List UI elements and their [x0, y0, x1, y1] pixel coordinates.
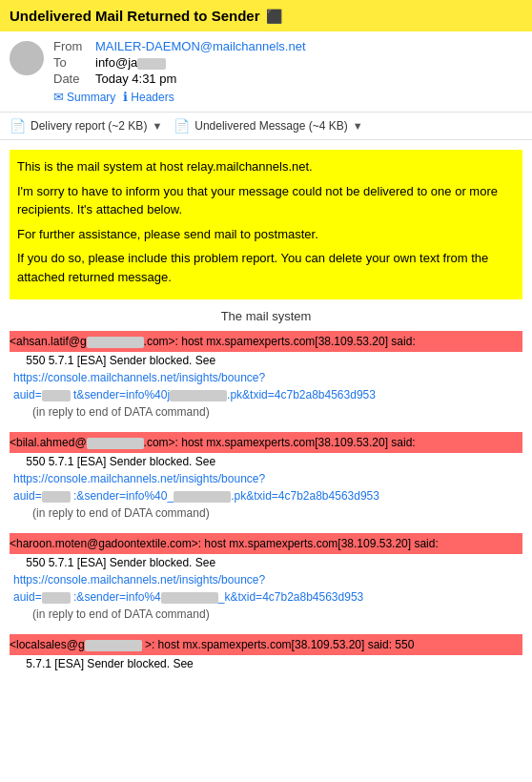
error-header-4: <localsales@g >: host mx.spamexperts.com…: [10, 634, 522, 655]
error-reply-2: (in reply to end of DATA command): [13, 504, 522, 522]
error-code-2: 550 5.7.1 [ESA] Sender blocked. See: [13, 453, 522, 470]
error-reply-3: (in reply to end of DATA command): [13, 606, 522, 623]
headers-button[interactable]: ℹ Headers: [123, 90, 174, 104]
error-code-3: 550 5.7.1 [ESA] Sender blocked. See: [13, 554, 522, 571]
page-title: Undelivered Mail Returned to Sender: [10, 8, 260, 24]
error-block-2: <bilal.ahmed@.com>: host mx.spamexperts.…: [10, 432, 522, 522]
yellow-block: This is the mail system at host relay.ma…: [10, 150, 522, 299]
meta-fields: From MAILER-DAEMON@mailchannels.net To i…: [53, 39, 522, 104]
error-link-3[interactable]: https://console.mailchannels.net/insight…: [13, 571, 522, 588]
date-row: Date Today 4:31 pm: [53, 72, 522, 86]
error-block-4: <localsales@g >: host mx.spamexperts.com…: [10, 634, 522, 672]
avatar: [10, 41, 44, 75]
email-meta: From MAILER-DAEMON@mailchannels.net To i…: [0, 31, 532, 113]
error-block-1: <ahsan.latif@g.com>: host mx.spamexperts…: [10, 331, 522, 421]
action-buttons: ✉ Summary ℹ Headers: [53, 90, 522, 104]
summary-button[interactable]: ✉ Summary: [53, 90, 115, 104]
email-body: This is the mail system at host relay.ma…: [0, 140, 532, 693]
error-link-params-3: auid= :&sender=info%4_k&txid=4c7b2a8b456…: [13, 588, 522, 606]
to-row: To info@ja: [53, 55, 522, 70]
error-link-params-1: auid= t&sender=info%40j.pk&txid=4c7b2a8b…: [13, 386, 522, 403]
headers-icon: ℹ: [123, 90, 128, 104]
bounce-link-2[interactable]: https://console.mailchannels.net/insight…: [13, 472, 265, 485]
error-code-4: 5.7.1 [ESA] Sender blocked. See: [13, 655, 522, 672]
date-label: Date: [53, 72, 90, 86]
from-row: From MAILER-DAEMON@mailchannels.net: [53, 39, 522, 53]
error-content-3: 550 5.7.1 [ESA] Sender blocked. See http…: [10, 554, 522, 623]
bounce-link-3[interactable]: https://console.mailchannels.net/insight…: [13, 573, 265, 586]
from-value[interactable]: MAILER-DAEMON@mailchannels.net: [95, 39, 306, 53]
bounce-params-3[interactable]: auid= :&sender=info%4_k&txid=4c7b2a8b456…: [13, 590, 363, 604]
dropdown-icon-2[interactable]: ▼: [353, 120, 363, 132]
bounce-link-1[interactable]: https://console.mailchannels.net/insight…: [13, 371, 265, 384]
error-block-3: <haroon.moten@gadoontextile.com>: host m…: [10, 533, 522, 623]
summary-label: Summary: [67, 91, 115, 104]
error-header-1: <ahsan.latif@g.com>: host mx.spamexperts…: [10, 331, 522, 352]
error-code-1: 550 5.7.1 [ESA] Sender blocked. See: [13, 352, 522, 369]
yellow-line-4: If you do so, please include this proble…: [17, 249, 515, 286]
bounce-params-1[interactable]: auid= t&sender=info%40j.pk&txid=4c7b2a8b…: [13, 388, 376, 401]
error-header-3: <haroon.moten@gadoontextile.com>: host m…: [10, 533, 522, 554]
attachment-delivery-label: Delivery report (~2 KB): [31, 119, 147, 133]
date-value: Today 4:31 pm: [95, 72, 176, 86]
yellow-line-2: I'm sorry to have to inform you that you…: [17, 182, 515, 219]
from-label: From: [53, 39, 90, 53]
yellow-line-3: For further assistance, please send mail…: [17, 225, 515, 244]
document-icon-2: 📄: [174, 118, 190, 134]
dropdown-icon[interactable]: ▼: [152, 120, 162, 132]
yellow-line-1: This is the mail system at host relay.ma…: [17, 157, 515, 176]
mail-system-label: The mail system: [10, 309, 522, 323]
attachment-undelivered-label: Undelivered Message (~4 KB): [194, 119, 347, 133]
to-value: info@ja: [95, 55, 166, 70]
error-content-2: 550 5.7.1 [ESA] Sender blocked. See http…: [10, 453, 522, 522]
attachment-delivery-report[interactable]: 📄 Delivery report (~2 KB) ▼: [10, 118, 162, 134]
error-link-params-2: auid= :&sender=info%40_.pk&txid=4c7b2a8b…: [13, 487, 522, 504]
attachment-bar: 📄 Delivery report (~2 KB) ▼ 📄 Undelivere…: [0, 113, 532, 140]
error-content-4: 5.7.1 [ESA] Sender blocked. See: [10, 655, 522, 672]
bounce-params-2[interactable]: auid= :&sender=info%40_.pk&txid=4c7b2a8b…: [13, 489, 379, 503]
summary-icon: ✉: [53, 90, 64, 104]
attachment-undelivered[interactable]: 📄 Undelivered Message (~4 KB) ▼: [174, 118, 362, 134]
document-icon: 📄: [10, 118, 26, 134]
error-reply-1: (in reply to end of DATA command): [13, 403, 522, 421]
error-content-1: 550 5.7.1 [ESA] Sender blocked. See http…: [10, 352, 522, 421]
headers-label: Headers: [131, 91, 174, 104]
error-link-2[interactable]: https://console.mailchannels.net/insight…: [13, 470, 522, 487]
external-link-icon[interactable]: ⬛: [266, 9, 282, 24]
title-bar: Undelivered Mail Returned to Sender ⬛: [0, 0, 532, 31]
error-header-2: <bilal.ahmed@.com>: host mx.spamexperts.…: [10, 432, 522, 453]
to-label: To: [53, 55, 90, 70]
error-link-1[interactable]: https://console.mailchannels.net/insight…: [13, 369, 522, 386]
